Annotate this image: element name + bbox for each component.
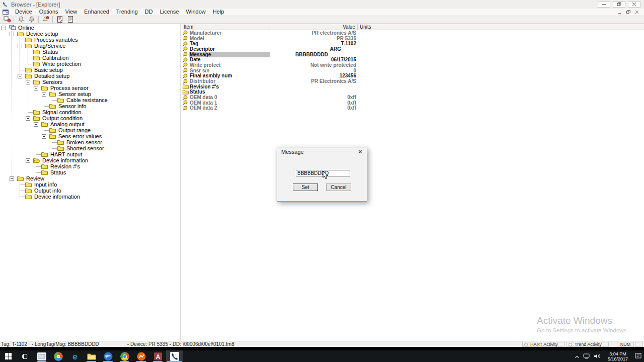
- mdi-restore-button[interactable]: [626, 9, 630, 15]
- tree-item-input-info[interactable]: Input info: [0, 182, 181, 188]
- taskbar-clock[interactable]: 3:04 PM 5/16/2017: [604, 351, 631, 361]
- minimize-button[interactable]: [598, 2, 610, 8]
- action-center-icon[interactable]: [635, 352, 642, 361]
- tree-item-output-range[interactable]: Output range: [0, 127, 181, 133]
- collapse-toggle[interactable]: [2, 25, 9, 31]
- paint-app-button[interactable]: [50, 350, 66, 362]
- restore-button[interactable]: [613, 2, 625, 8]
- collapse-toggle[interactable]: [26, 115, 33, 121]
- tree-item-output-info[interactable]: Output info: [0, 188, 181, 194]
- grid-row-oem-data-2[interactable]: OEM data 20xff: [182, 106, 644, 111]
- close-button[interactable]: [628, 2, 640, 8]
- alarm-icon[interactable]: [40, 16, 51, 23]
- collapse-toggle[interactable]: [34, 121, 41, 127]
- tree-item-sensor-setup[interactable]: Sensor setup: [0, 91, 181, 97]
- grid-row-message[interactable]: MessageBBBBBDDDD: [182, 52, 644, 57]
- tree-item-hart-output[interactable]: HART output: [0, 151, 181, 157]
- menu-view[interactable]: View: [62, 9, 81, 15]
- upload-device-icon[interactable]: [26, 16, 37, 23]
- tree-item-status[interactable]: Status: [0, 169, 181, 175]
- tree-item-process-sensor[interactable]: Process sensor: [0, 85, 181, 91]
- menu-license[interactable]: License: [156, 9, 183, 15]
- device-connect-icon[interactable]: [2, 16, 12, 23]
- menu-options[interactable]: Options: [36, 9, 62, 15]
- menu-trending[interactable]: Trending: [113, 9, 141, 15]
- tree-item-shorted-sensor[interactable]: Shorted sensor: [0, 145, 181, 151]
- cancel-button[interactable]: Cancel: [326, 184, 351, 191]
- column-header-item[interactable]: Item: [182, 24, 270, 30]
- tray-chevron-up-icon[interactable]: [575, 352, 580, 361]
- tree-item-diag-service[interactable]: Diag/Service: [0, 43, 181, 49]
- device-tree-pane[interactable]: OnlineDevice setupProcess variablesDiag/…: [0, 24, 181, 341]
- collapse-toggle[interactable]: [26, 79, 33, 85]
- edge-browser-button[interactable]: e: [66, 350, 83, 362]
- tree-item-sensor-info[interactable]: Sensor info: [0, 103, 181, 109]
- collapse-toggle[interactable]: [10, 175, 17, 182]
- tree-item-device-information[interactable]: Device information: [0, 194, 181, 200]
- menu-device[interactable]: Device: [12, 9, 36, 15]
- column-header-units[interactable]: Units: [358, 24, 446, 30]
- grid-row-manufacturer[interactable]: ManufacturerPR electronics A/S: [182, 30, 644, 36]
- tree-item-write-protection[interactable]: Write protection: [0, 61, 181, 67]
- edit-document-icon[interactable]: [54, 16, 65, 23]
- tree-item-detailed-setup[interactable]: Detailed setup: [0, 73, 181, 79]
- collapse-toggle[interactable]: [34, 85, 41, 91]
- column-header-value[interactable]: Value: [270, 24, 358, 30]
- grid-row-status[interactable]: Status: [182, 89, 644, 95]
- tray-speaker-icon[interactable]: [594, 352, 601, 361]
- chrome-button[interactable]: [116, 350, 133, 362]
- menu-dd[interactable]: DD: [141, 9, 156, 15]
- grid-row-oem-data-0[interactable]: OEM data 00xff: [182, 95, 644, 100]
- tree-item-output-condition[interactable]: Output condition: [0, 115, 181, 121]
- tree-item-signal-condition[interactable]: Signal condition: [0, 109, 181, 115]
- set-button[interactable]: Set: [293, 184, 318, 191]
- collapse-toggle[interactable]: [18, 43, 25, 49]
- grid-row-final-asmbly-num[interactable]: Final asmbly num123456: [182, 73, 644, 79]
- tree-item-device-information[interactable]: Device information: [0, 157, 181, 163]
- message-input[interactable]: [296, 170, 350, 176]
- tree-item-analog-output[interactable]: Analog output: [0, 121, 181, 127]
- collapse-toggle[interactable]: [42, 91, 49, 97]
- minus-icon[interactable]: [2, 26, 6, 30]
- grid-row-model[interactable]: ModelPR 5335: [182, 36, 644, 41]
- grid-row-distributor[interactable]: DistributorPR Electronics A/S: [182, 78, 644, 84]
- tree-item-process-variables[interactable]: Process variables: [0, 37, 181, 43]
- orange-app-button[interactable]: [133, 350, 149, 362]
- collapse-toggle[interactable]: [26, 157, 33, 163]
- tree-item-status[interactable]: Status: [0, 49, 181, 55]
- download-device-icon[interactable]: [16, 16, 26, 23]
- tree-item-device-setup[interactable]: Device setup: [0, 31, 181, 37]
- grid-row-date[interactable]: Date06/17/2015: [182, 57, 644, 62]
- file-explorer-button[interactable]: [83, 350, 100, 362]
- tray-network-icon[interactable]: [583, 352, 590, 361]
- task-view-button[interactable]: [17, 350, 33, 362]
- document-icon[interactable]: [65, 16, 75, 23]
- tree-item-calibration[interactable]: Calibration: [0, 55, 181, 61]
- access-button[interactable]: A: [149, 350, 166, 362]
- grid-row-descriptor[interactable]: DescriptorARG: [182, 46, 644, 52]
- menu-help[interactable]: Help: [209, 9, 228, 15]
- grid-row-oem-data-1[interactable]: OEM data 10xff: [182, 100, 644, 106]
- grid-row-revision-s[interactable]: Revision #'s: [182, 84, 644, 89]
- menu-window[interactable]: Window: [183, 9, 209, 15]
- dialog-close-icon[interactable]: ✕: [356, 148, 364, 155]
- collapse-toggle[interactable]: [10, 31, 17, 37]
- tree-item-sensors[interactable]: Sensors: [0, 79, 181, 85]
- grid-row-snsr-s-n[interactable]: Snsr s/n0: [182, 68, 644, 73]
- tree-item-broken-sensor[interactable]: Broken sensor: [0, 139, 181, 145]
- collapse-toggle[interactable]: [42, 133, 49, 139]
- grid-row-tag[interactable]: TagT-1102: [182, 41, 644, 46]
- frame-app-button[interactable]: [33, 350, 50, 362]
- tree-item-online[interactable]: Online: [0, 25, 181, 31]
- collapse-toggle[interactable]: [18, 73, 25, 79]
- tree-item-review[interactable]: Review: [0, 175, 181, 182]
- tree-item-revision-s[interactable]: Revision #'s: [0, 163, 181, 169]
- mdi-minimize-button[interactable]: [618, 9, 622, 15]
- tree-item-sens-error-values[interactable]: Sens error values: [0, 133, 181, 139]
- menu-enhanced[interactable]: Enhanced: [80, 9, 113, 15]
- grid-row-write-protect[interactable]: Write protectNot write protected: [182, 62, 644, 68]
- start-button[interactable]: [0, 350, 17, 362]
- thunderbird-button[interactable]: [100, 350, 116, 362]
- tree-item-cable-resistance[interactable]: Cable resistance: [0, 97, 181, 103]
- mdi-close-button[interactable]: [635, 9, 639, 15]
